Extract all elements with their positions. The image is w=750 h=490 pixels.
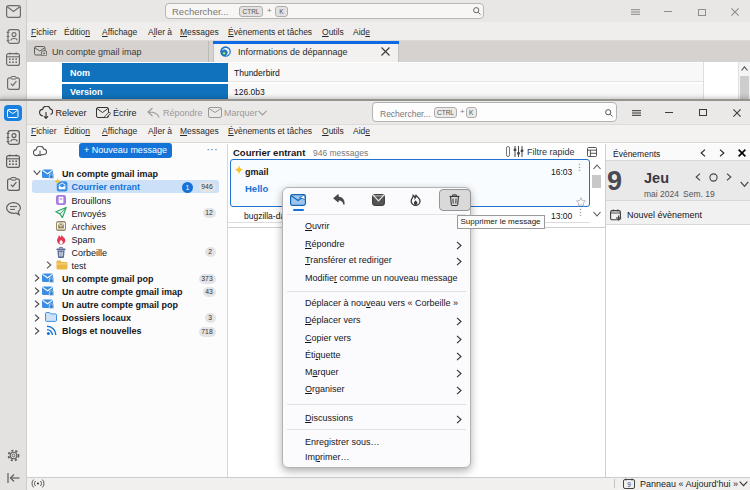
svg-text:9: 9 [627, 481, 631, 488]
